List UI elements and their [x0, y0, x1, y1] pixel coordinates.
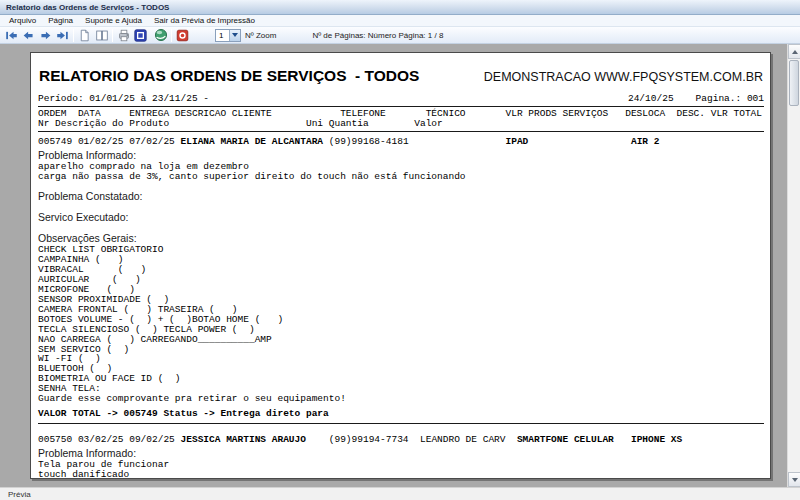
- exit-preview-button[interactable]: [174, 28, 191, 43]
- single-page-view-button[interactable]: [76, 28, 93, 43]
- problema-informado-lines: Tela parou de funcionartouch danificado: [38, 460, 764, 479]
- date-page-group: 24/10/25Pagina.: 001: [628, 94, 764, 104]
- status-text: Prévia: [8, 490, 31, 499]
- report-text-line: Guarde esse comprovante pra retirar o se…: [38, 394, 764, 404]
- report-divider: [38, 106, 764, 107]
- last-page-button[interactable]: [54, 28, 71, 43]
- page-number: Pagina.: 001: [696, 93, 764, 104]
- table-header-line2: Nr Descrição do Produto Uni Quantia Valo…: [38, 119, 764, 129]
- phone: (99)99194-7734: [306, 434, 420, 445]
- pages-label: Nº de Páginas: Número Página: 1 / 8: [312, 31, 443, 40]
- menu-item-sair-da-previa[interactable]: Sair da Prévia de Impressão: [148, 16, 261, 25]
- exit-icon: [176, 29, 189, 42]
- report-divider: [38, 131, 764, 132]
- report-text-line: touch danificado: [38, 470, 764, 479]
- print-preview-window: Relatorio das Ordens de Serviços - TODOS…: [0, 0, 800, 500]
- report-text-line: AURICULAR ( ): [38, 275, 764, 285]
- print-date: 24/10/25: [628, 93, 674, 104]
- menu-item-suporte-e-ajuda[interactable]: Suporte e Ajuda: [79, 16, 148, 25]
- report-text-line: BIOMETRIA OU FACE ID ( ): [38, 374, 764, 384]
- print-button[interactable]: [115, 28, 132, 43]
- order-and-dates: 005750 03/02/25 09/02/25: [38, 434, 181, 445]
- vertical-scrollbar[interactable]: [787, 44, 800, 487]
- report-title: RELATORIO DAS ORDENS DE SERVIÇOS - TODOS: [39, 67, 419, 85]
- report-text-line: carga não passa de 3%, canto superior di…: [38, 172, 764, 182]
- previous-page-button[interactable]: [20, 28, 37, 43]
- scroll-thumb[interactable]: [789, 60, 799, 106]
- zoom-setup-icon: [134, 29, 147, 42]
- section-label-problema-constatado: Problema Constatado:: [38, 190, 764, 202]
- zoom-setup-button[interactable]: [132, 28, 149, 43]
- export-globe-icon: [154, 28, 168, 42]
- period-range: Período: 01/01/25 à 23/11/25 -: [38, 94, 209, 104]
- order-and-dates: 005749 01/02/25 07/02/25: [38, 136, 181, 147]
- single-page-icon: [78, 29, 91, 42]
- next-page-button[interactable]: [37, 28, 54, 43]
- toolbar-separator: [73, 29, 74, 42]
- section-label-problema-informado: Problema Informado:: [38, 447, 764, 459]
- export-button[interactable]: [152, 28, 169, 43]
- problema-informado-lines: aparelho comprado na loja em dezembrocar…: [38, 162, 764, 182]
- client-name: JESSICA MARTINS ARAUJO: [181, 434, 306, 445]
- report-divider: [38, 423, 764, 424]
- spacer: [528, 136, 631, 147]
- toolbar-separator: [171, 29, 172, 42]
- report-text-line: VIBRACAL ( ): [38, 265, 764, 275]
- product: IPAD: [506, 136, 529, 147]
- two-page-view-button[interactable]: [93, 28, 110, 43]
- menu-item-pagina[interactable]: Página: [42, 16, 79, 25]
- scroll-down-button[interactable]: [788, 472, 800, 487]
- model: AIR 2: [631, 136, 660, 147]
- status-bar: Prévia: [0, 487, 800, 500]
- report-text-line: NAO CARREGA ( ) CARREGANDO__________AMP: [38, 335, 764, 345]
- product: SMARTFONE CELULAR: [517, 434, 614, 445]
- chevron-down-icon: [232, 33, 238, 37]
- arrow-up-icon: [792, 50, 798, 54]
- spacer: [614, 434, 631, 445]
- demo-watermark: DEMONSTRACAO WWW.FPQSYSTEM.COM.BR: [484, 70, 763, 85]
- report-text-line: CHECK LIST OBRIGATORIO: [38, 245, 764, 255]
- section-label-servico-executado: Servico Executado:: [38, 211, 764, 223]
- previous-page-icon: [22, 29, 35, 42]
- report-text-line: WI -FI ( ): [38, 354, 764, 364]
- client-name: ELIANA MARIA DE ALCANTARA: [181, 136, 324, 147]
- zoom-label: Nº Zoom: [245, 31, 276, 40]
- printer-icon: [117, 29, 131, 42]
- phone: (99)99168-4181: [323, 136, 505, 147]
- two-page-icon: [95, 29, 109, 42]
- report-text-line: CAMPAINHA ( ): [38, 255, 764, 265]
- arrow-down-icon: [792, 478, 798, 482]
- menu-item-arquivo[interactable]: Arquivo: [3, 16, 42, 25]
- report-header: RELATORIO DAS ORDENS DE SERVIÇOS - TODOS…: [38, 65, 764, 90]
- menu-bar: Arquivo Página Suporte e Ajuda Sair da P…: [0, 15, 800, 27]
- next-page-icon: [39, 29, 52, 42]
- section-label-problema-informado: Problema Informado:: [38, 149, 764, 161]
- section-label-observacoes-gerais: Observações Gerais:: [38, 232, 764, 244]
- zoom-dropdown-button[interactable]: [229, 30, 240, 41]
- first-page-button[interactable]: [3, 28, 20, 43]
- technician: LEANDRO DE CARV: [420, 434, 517, 445]
- checklist: CHECK LIST OBRIGATORIOCAMPAINHA ( )VIBRA…: [38, 245, 764, 404]
- period-row: Período: 01/01/25 à 23/11/25 - 24/10/25P…: [38, 94, 764, 104]
- report-page: RELATORIO DAS ORDENS DE SERVIÇOS - TODOS…: [30, 52, 771, 479]
- scroll-up-button[interactable]: [788, 44, 800, 59]
- report-text-line: Tela parou de funcionar: [38, 460, 764, 470]
- window-title: Relatorio das Ordens de Serviços - TODOS: [6, 3, 169, 12]
- zoom-level-value: 1: [216, 30, 229, 41]
- zoom-level-select[interactable]: 1: [215, 29, 241, 42]
- toolbar-separator: [112, 29, 113, 42]
- record-row-005750: 005750 03/02/25 09/02/25 JESSICA MARTINS…: [38, 435, 764, 445]
- valor-total-line: VALOR TOTAL -> 005749 Status -> Entrega …: [38, 409, 764, 419]
- record-row-005749: 005749 01/02/25 07/02/25 ELIANA MARIA DE…: [38, 137, 764, 147]
- preview-workspace: RELATORIO DAS ORDENS DE SERVIÇOS - TODOS…: [0, 44, 800, 487]
- model: IPHONE XS: [631, 434, 682, 445]
- last-page-icon: [56, 29, 69, 42]
- report-text-line: SEM SERVICO ( ): [38, 345, 764, 355]
- toolbar: 1 Nº Zoom Nº de Páginas: Número Página: …: [0, 27, 800, 44]
- first-page-icon: [5, 29, 18, 42]
- title-bar[interactable]: Relatorio das Ordens de Serviços - TODOS: [0, 0, 800, 15]
